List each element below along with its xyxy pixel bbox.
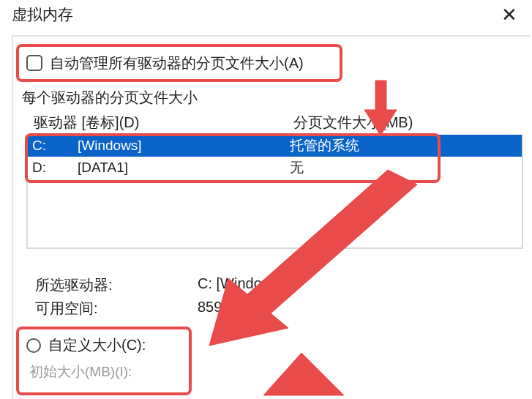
drive-label: [DATA1] [78, 160, 290, 176]
initial-size-label: 初始大小(MB)(I): [26, 362, 181, 381]
auto-manage-row[interactable]: 自动管理所有驱动器的分页文件大小(A) [16, 44, 342, 82]
custom-size-radio-row[interactable]: 自定义大小(C): [26, 335, 181, 355]
available-space-row: 可用空间: 859 MB [35, 299, 523, 318]
custom-size-box: 自定义大小(C): 初始大小(MB)(I): [16, 327, 192, 395]
drive-size: 无 [290, 158, 522, 177]
selected-drive-value: C: [Windows] [198, 275, 523, 295]
drive-row[interactable]: C: [Windows] 托管的系统 [28, 135, 522, 157]
available-space-value: 859 MB [198, 299, 523, 318]
column-size: 分页文件大小(MB) [293, 113, 523, 133]
auto-manage-label: 自动管理所有驱动器的分页文件大小(A) [50, 53, 304, 73]
drive-list-header: 驱动器 [卷标](D) 分页文件大小(MB) [34, 113, 523, 133]
titlebar: 虚拟内存 ✕ [0, 0, 532, 31]
auto-manage-checkbox[interactable] [26, 55, 42, 71]
close-icon[interactable]: ✕ [497, 5, 522, 24]
available-space-label: 可用空间: [35, 299, 198, 318]
drive-size: 托管的系统 [290, 136, 522, 155]
window-title: 虚拟内存 [12, 4, 73, 25]
selected-drive-row: 所选驱动器: C: [Windows] [35, 275, 523, 295]
drive-row[interactable]: D: [DATA1] 无 [28, 157, 522, 179]
drive-list[interactable]: C: [Windows] 托管的系统 D: [DATA1] 无 [26, 135, 523, 249]
selected-drive-label: 所选驱动器: [35, 275, 198, 295]
custom-size-label: 自定义大小(C): [48, 335, 146, 355]
drive-letter: C: [32, 138, 78, 154]
column-drive: 驱动器 [卷标](D) [34, 113, 293, 133]
custom-size-radio[interactable] [26, 338, 41, 353]
dialog-frame: 自动管理所有驱动器的分页文件大小(A) 每个驱动器的分页文件大小 驱动器 [卷标… [12, 35, 531, 399]
section-label: 每个驱动器的分页文件大小 [22, 88, 198, 108]
drive-letter: D: [32, 160, 78, 176]
drive-label: [Windows] [78, 138, 290, 154]
